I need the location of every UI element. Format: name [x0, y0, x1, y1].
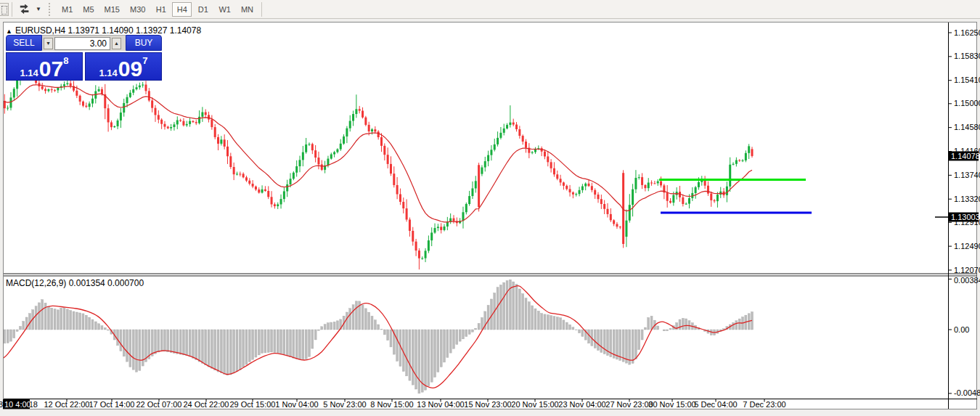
buy-price-sup: 7 [142, 55, 147, 66]
time-badge: 10 4:00 [3, 399, 31, 409]
volume-strip: ▼ ▲ [42, 35, 126, 51]
candles-layer [1, 61, 754, 269]
svg-text:15 Nov 23:00: 15 Nov 23:00 [464, 400, 511, 409]
svg-text:1.15830: 1.15830 [954, 52, 980, 60]
svg-text:8 Nov 15:00: 8 Nov 15:00 [370, 400, 413, 409]
svg-text:1.12490: 1.12490 [954, 242, 980, 250]
price-marker-badge: 1.13003 [935, 213, 980, 222]
buy-price-box[interactable]: 1.14 09 7 [85, 52, 162, 81]
svg-text:0.003847: 0.003847 [954, 276, 980, 285]
expand-triangle-icon[interactable]: ▲ [6, 28, 12, 35]
svg-text:10 4:00: 10 4:00 [4, 400, 31, 409]
sell-price-box[interactable]: 1.14 07 8 [6, 52, 83, 81]
buy-price-big: 09 [118, 59, 142, 78]
buy-button[interactable]: BUY [126, 35, 162, 51]
svg-text:1.14078: 1.14078 [951, 152, 980, 160]
svg-text:1.14580: 1.14580 [954, 123, 980, 131]
moving-average-line [1, 85, 752, 222]
macd-indicator-label: MACD(12,26,9) 0.001354 0.000700 [6, 278, 144, 288]
svg-text:1.13740: 1.13740 [954, 171, 980, 179]
svg-text:29 Oct 15:00: 29 Oct 15:00 [230, 400, 276, 409]
mt4-application: ▼ M1M5M15M30H1H4D1W1MN 1.162501.158301.1… [0, 0, 980, 416]
svg-text:-0.004856: -0.004856 [954, 388, 980, 397]
sell-price-prefix: 1.14 [20, 68, 38, 78]
svg-text:22 Oct 07:00: 22 Oct 07:00 [136, 400, 182, 409]
svg-text:27 Nov 23:00: 27 Nov 23:00 [605, 400, 653, 409]
sell-price-big: 07 [39, 59, 63, 78]
svg-text:1.16250: 1.16250 [954, 28, 980, 37]
svg-text:7 Dec 23:00: 7 Dec 23:00 [743, 400, 785, 409]
svg-text:24 Oct 22:00: 24 Oct 22:00 [184, 400, 229, 409]
svg-text:20 Nov 15:00: 20 Nov 15:00 [511, 400, 558, 409]
svg-text:5 Dec 04:00: 5 Dec 04:00 [694, 400, 737, 409]
ohlc-header: ▲EURUSD,H4 1.13971 1.14090 1.13927 1.140… [6, 25, 201, 36]
current-price-badge: 1.14078 [949, 151, 980, 160]
buy-price-prefix: 1.14 [99, 68, 118, 78]
svg-text:1 Nov 04:00: 1 Nov 04:00 [275, 400, 318, 409]
volume-decrease-button[interactable]: ▼ [44, 38, 53, 49]
svg-text:1.13320: 1.13320 [954, 195, 980, 203]
one-click-trading-panel: SELL ▼ ▲ BUY 1.14 07 8 1.14 09 7 [6, 35, 162, 81]
volume-input[interactable] [54, 37, 110, 50]
trade-controls-row: SELL ▼ ▲ BUY [6, 35, 162, 51]
sell-price-sup: 8 [63, 55, 68, 66]
macd-pane [0, 280, 754, 393]
sell-button[interactable]: SELL [6, 35, 42, 51]
svg-text:5 Nov 23:00: 5 Nov 23:00 [323, 400, 366, 409]
svg-text:12 Oct 22:00: 12 Oct 22:00 [44, 400, 90, 409]
svg-text:1.12070: 1.12070 [954, 266, 980, 274]
svg-text:1.15000: 1.15000 [954, 99, 980, 107]
svg-text:0.00: 0.00 [954, 325, 969, 334]
time-axis: 8 Oct 201812 Oct 22:0017 Oct 14:0022 Oct… [0, 399, 786, 409]
volume-increase-button[interactable]: ▲ [112, 38, 121, 49]
ohlc-text: EURUSD,H4 1.13971 1.14090 1.13927 1.1407… [15, 25, 201, 36]
macd-axis: 0.0038470.00-0.004856 [948, 276, 980, 398]
bid-ask-display: 1.14 07 8 1.14 09 7 [6, 52, 162, 81]
svg-text:23 Nov 04:00: 23 Nov 04:00 [558, 400, 605, 409]
svg-text:1.13003: 1.13003 [951, 213, 980, 221]
price-pane [1, 61, 812, 269]
svg-text:13 Nov 04:00: 13 Nov 04:00 [417, 400, 464, 409]
svg-text:1.15410: 1.15410 [954, 76, 980, 84]
svg-text:30 Nov 15:00: 30 Nov 15:00 [648, 400, 695, 409]
svg-text:17 Oct 14:00: 17 Oct 14:00 [89, 400, 135, 409]
